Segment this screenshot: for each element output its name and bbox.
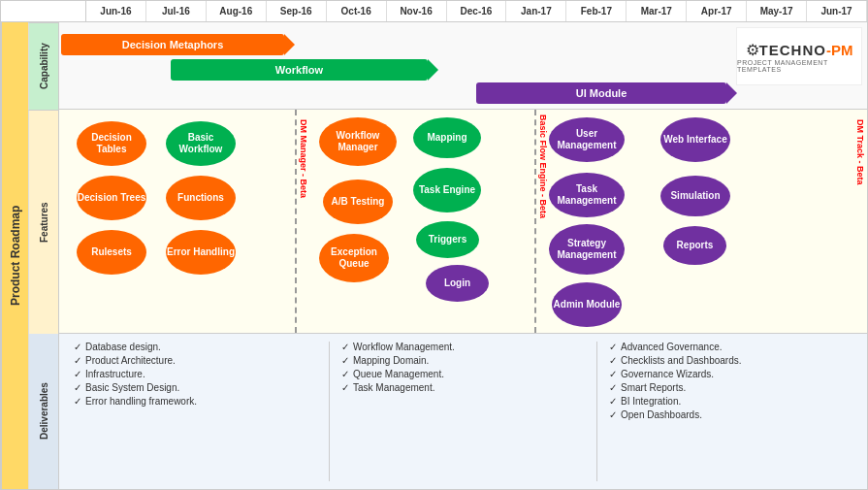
month-cell-5: Nov-16 — [387, 1, 447, 21]
deliverable-text: Database design. — [85, 342, 161, 352]
check-icon: ✓ — [609, 382, 617, 393]
deliverable-item: ✓Infrastructure. — [74, 369, 317, 379]
check-icon: ✓ — [609, 409, 617, 420]
month-cell-3: Sep-16 — [267, 1, 327, 21]
oval-decision-tables: Decision Tables — [77, 121, 146, 166]
oval-exception-queue: Exception Queue — [319, 234, 389, 282]
oval-functions: Functions — [166, 176, 236, 220]
deliverable-text: Advanced Governance. — [621, 342, 723, 352]
oval-admin-module: Admin Module — [552, 282, 622, 327]
deliverables-separator-1 — [329, 342, 330, 481]
oval-workflow-manager: Workflow Manager — [319, 117, 397, 166]
oval-ab-testing: A/B Testing — [323, 180, 393, 224]
check-icon: ✓ — [74, 369, 81, 379]
check-icon: ✓ — [609, 342, 617, 352]
deliverable-item: ✓Queue Management. — [341, 369, 585, 379]
content-rows: Product Roadmap Capability Features Deli… — [1, 22, 867, 489]
dashed-line-1 — [295, 110, 297, 333]
beta-label-2: Basic Flow Engine - Beta — [538, 114, 548, 218]
month-cell-2: Aug-16 — [207, 1, 267, 21]
deliverable-item: ✓Workflow Management. — [341, 342, 585, 352]
deliverable-item: ✓Open Dashboards. — [609, 409, 852, 420]
oval-error-handling: Error Handling — [166, 230, 236, 275]
month-cell-7: Jan-17 — [506, 1, 566, 21]
oval-task-management: Task Management — [549, 173, 625, 217]
features-section: DM Manager - Beta Basic Flow Engine - Be… — [59, 110, 867, 334]
oval-triggers: Triggers — [416, 221, 479, 258]
oval-web-interface: Web Interface — [660, 117, 730, 162]
oval-reports: Reports — [663, 226, 726, 265]
content-area: Decision Metaphors Workflow UI Module ⚙ — [59, 22, 867, 489]
deliverables-col-2: ✓Workflow Management.✓Mapping Domain.✓Qu… — [332, 342, 595, 481]
check-icon: ✓ — [609, 396, 617, 407]
deliverables-separator-2 — [596, 342, 597, 481]
deliverable-text: Product Architecture. — [85, 355, 176, 366]
check-icon: ✓ — [341, 369, 349, 379]
oval-rulesets: Rulesets — [77, 230, 146, 275]
month-cell-1: Jul-16 — [146, 1, 207, 21]
logo-area: ⚙ TECHNO - PM PROJECT MANAGEMENT TEMPLAT… — [736, 27, 862, 85]
check-icon: ✓ — [341, 342, 349, 352]
month-cell-4: Oct-16 — [327, 1, 387, 21]
deliverable-item: ✓BI Integration. — [609, 396, 852, 407]
month-cell-9: Mar-17 — [627, 1, 687, 21]
oval-login: Login — [426, 265, 489, 302]
oval-user-management: User Management — [549, 117, 625, 162]
capability-label: Capability — [28, 22, 58, 110]
check-icon: ✓ — [341, 382, 349, 393]
deliverables-col-1: ✓Database design.✓Product Architecture.✓… — [64, 342, 327, 481]
features-label: Features — [28, 110, 58, 334]
deliverable-item: ✓Governance Wizards. — [609, 369, 852, 379]
deliverable-item: ✓Task Management. — [341, 382, 585, 393]
deliverable-item: ✓Smart Reports. — [609, 382, 852, 393]
decision-metaphors-bar: Decision Metaphors — [61, 34, 284, 55]
check-icon: ✓ — [609, 355, 617, 366]
product-roadmap-label: Product Roadmap — [1, 22, 28, 489]
deliverable-text: Governance Wizards. — [621, 369, 714, 379]
deliverable-item: ✓Advanced Governance. — [609, 342, 852, 352]
deliverable-item: ✓Checklists and Dashboards. — [609, 355, 852, 366]
check-icon: ✓ — [74, 396, 81, 407]
month-cell-0: Jun-16 — [86, 1, 146, 21]
deliverable-text: Error handling framework. — [85, 396, 197, 407]
deliverable-item: ✓Mapping Domain. — [341, 355, 585, 366]
check-icon: ✓ — [74, 382, 81, 393]
header-row: Jun-16Jul-16Aug-16Sep-16Oct-16Nov-16Dec-… — [1, 1, 867, 22]
deliverables-label: Deliverables — [28, 334, 58, 489]
oval-task-engine: Task Engine — [413, 168, 481, 212]
beta-label-1: DM Manager - Beta — [299, 119, 308, 198]
ui-module-bar: UI Module — [476, 82, 726, 104]
deliverable-item: ✓Product Architecture. — [74, 355, 317, 366]
deliverable-item: ✓Basic System Design. — [74, 382, 317, 393]
deliverables-col-3: ✓Advanced Governance.✓Checklists and Das… — [599, 342, 862, 481]
check-icon: ✓ — [341, 355, 349, 366]
deliverable-text: Smart Reports. — [621, 382, 686, 393]
oval-decision-trees: Decision Trees — [77, 176, 146, 220]
deliverable-text: Queue Management. — [353, 369, 444, 379]
deliverable-text: Task Management. — [353, 382, 435, 393]
deliverable-text: Workflow Management. — [353, 342, 455, 352]
deliverable-text: BI Integration. — [621, 396, 681, 407]
month-cell-8: Feb-17 — [566, 1, 627, 21]
months-container: Jun-16Jul-16Aug-16Sep-16Oct-16Nov-16Dec-… — [86, 1, 867, 21]
check-icon: ✓ — [74, 342, 81, 352]
check-icon: ✓ — [609, 369, 617, 379]
deliverable-text: Infrastructure. — [85, 369, 145, 379]
month-cell-6: Dec-16 — [447, 1, 507, 21]
oval-strategy-management: Strategy Management — [549, 224, 625, 275]
sub-labels: Capability Features Deliverables — [28, 22, 59, 489]
deliverable-text: Checklists and Dashboards. — [621, 355, 742, 366]
beta-label-3: DM Track - Beta — [855, 119, 865, 185]
dashed-line-2 — [534, 110, 536, 333]
deliverable-text: Open Dashboards. — [621, 409, 702, 420]
deliverable-item: ✓Error handling framework. — [74, 396, 317, 407]
oval-basic-workflow: Basic Workflow — [166, 121, 236, 166]
month-cell-12: Jun-17 — [807, 1, 867, 21]
capability-section: Decision Metaphors Workflow UI Module ⚙ — [59, 22, 867, 110]
workflow-bar: Workflow — [171, 59, 428, 81]
deliverables-section: ✓Database design.✓Product Architecture.✓… — [59, 334, 867, 489]
deliverable-text: Mapping Domain. — [353, 355, 429, 366]
check-icon: ✓ — [74, 355, 81, 366]
oval-simulation: Simulation — [660, 176, 730, 216]
main-container: Jun-16Jul-16Aug-16Sep-16Oct-16Nov-16Dec-… — [0, 0, 868, 490]
